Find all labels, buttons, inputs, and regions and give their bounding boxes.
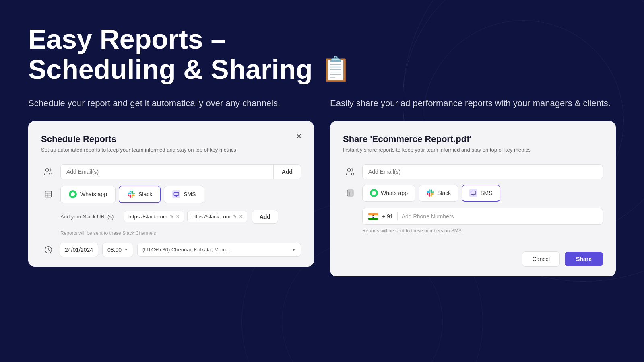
card-footer: Cancel Share [343, 245, 603, 267]
close-button[interactable]: ✕ [293, 131, 304, 142]
slack-url-row: Add your Slack URL(s) https://slack.com … [41, 210, 301, 224]
close-icon-1[interactable]: ✕ [176, 214, 180, 219]
date-picker[interactable]: 24/01/2024 [60, 243, 98, 257]
email-add-button[interactable]: Add [273, 165, 301, 179]
right-subtitle: Easily share your ad performance reports… [330, 97, 616, 110]
slack-hint: Reports will be sent to these Slack Chan… [60, 230, 301, 236]
time-chevron: ▼ [124, 247, 128, 252]
tab-whatsapp-label: Whats app [80, 191, 107, 197]
phone-section: + 91 Add Phone Numbers Reports will be s… [362, 208, 603, 234]
left-subtitle: Schedule your report and get it automati… [28, 97, 314, 110]
share-tab-whatsapp[interactable]: Whats app [362, 185, 415, 202]
slack-add-button[interactable]: Add [252, 210, 278, 224]
share-email-input[interactable] [362, 164, 603, 179]
svg-point-0 [46, 168, 49, 171]
share-whatsapp-icon [370, 189, 378, 197]
share-channel-row: Whats app [343, 185, 603, 202]
share-card-title: Share 'Ecommerce Report.pdf' [343, 134, 603, 144]
schedule-card-title: Schedule Reports [41, 134, 301, 144]
svg-rect-8 [347, 190, 353, 196]
channel-tabs-row: Whats app [41, 186, 301, 203]
slack-url-tag-1: https://slack.com ✎ ✕ [124, 211, 184, 222]
share-users-icon [343, 165, 357, 179]
share-button[interactable]: Share [565, 252, 603, 266]
slack-icon [127, 190, 135, 198]
close-icon-2[interactable]: ✕ [239, 214, 243, 219]
slack-url-label: Add your Slack URL(s) [60, 214, 121, 220]
right-column: Easily share your ad performance reports… [330, 97, 616, 276]
tab-whatsapp[interactable]: Whats app [60, 186, 116, 203]
share-tab-sms-label: SMS [480, 190, 492, 196]
left-column: Schedule your report and get it automati… [28, 97, 314, 276]
title-line1: Easy Reports – [28, 24, 616, 54]
email-input[interactable] [61, 165, 273, 179]
time-value: 08:00 [107, 247, 122, 253]
phone-hint: Reports will be sent to these numbers on… [362, 228, 603, 234]
share-channel-tabs: Whats app [362, 185, 603, 202]
time-row: 24/01/2024 08:00 ▼ (UTC+5:30) Chennai, K… [41, 243, 301, 257]
clock-icon [41, 243, 56, 257]
timezone-chevron: ▼ [292, 247, 296, 252]
slack-url-tag-2: https://slack.com ✎ ✕ [187, 211, 247, 222]
spacer-icon [41, 210, 56, 224]
share-list-icon [343, 186, 357, 200]
clipboard-emoji: 📋 [321, 57, 351, 81]
svg-point-7 [348, 168, 351, 171]
share-slack-icon [426, 189, 434, 197]
tab-slack-label: Slack [138, 191, 152, 197]
title-line2: Scheduling & Sharing [28, 54, 313, 84]
svg-rect-12 [471, 191, 476, 194]
phone-code: + 91 [382, 213, 393, 220]
edit-icon-1[interactable]: ✎ [170, 214, 173, 219]
tab-sms-label: SMS [184, 191, 196, 197]
cancel-button[interactable]: Cancel [522, 251, 560, 267]
email-row: Add [41, 164, 301, 179]
share-tab-slack[interactable]: Slack [419, 185, 458, 202]
svg-rect-5 [174, 192, 179, 195]
svg-rect-1 [45, 191, 52, 197]
slack-url-1: https://slack.com [128, 214, 167, 220]
time-picker[interactable]: 08:00 ▼ [102, 243, 133, 257]
share-email-row [343, 164, 603, 179]
share-sms-icon [469, 189, 477, 197]
india-flag [368, 213, 378, 220]
phone-input-row[interactable]: + 91 Add Phone Numbers [362, 208, 603, 225]
sms-icon [172, 190, 180, 198]
tab-sms[interactable]: SMS [164, 186, 204, 203]
whatsapp-icon [69, 190, 77, 198]
users-icon [41, 165, 56, 179]
share-tab-slack-label: Slack [437, 190, 451, 196]
channel-tabs: Whats app [60, 186, 301, 203]
date-value: 24/01/2024 [65, 247, 93, 253]
tab-slack[interactable]: Slack [119, 186, 161, 203]
email-input-wrap: Add [60, 164, 301, 179]
schedule-card-subtitle: Set up automated reports to keep your te… [41, 147, 301, 153]
share-tab-whatsapp-label: Whats app [381, 190, 408, 196]
page-title: Easy Reports – Scheduling & Sharing 📋 [28, 24, 616, 84]
slack-url-2: https://slack.com [192, 214, 231, 220]
schedule-reports-card: Schedule Reports Set up automated report… [28, 121, 314, 267]
timezone-picker[interactable]: (UTC+5:30) Chennai, Kolkata, Mum... ▼ [137, 243, 301, 257]
edit-icon-2[interactable]: ✎ [233, 214, 237, 219]
list-icon [41, 187, 56, 202]
phone-divider [397, 212, 398, 220]
share-reports-card: Share 'Ecommerce Report.pdf' Instantly s… [330, 121, 616, 276]
share-tab-sms[interactable]: SMS [462, 185, 500, 202]
share-card-subtitle: Instantly share reports to keep your tea… [343, 147, 603, 153]
timezone-value: (UTC+5:30) Chennai, Kolkata, Mum... [142, 247, 289, 253]
phone-placeholder: Add Phone Numbers [402, 213, 454, 220]
